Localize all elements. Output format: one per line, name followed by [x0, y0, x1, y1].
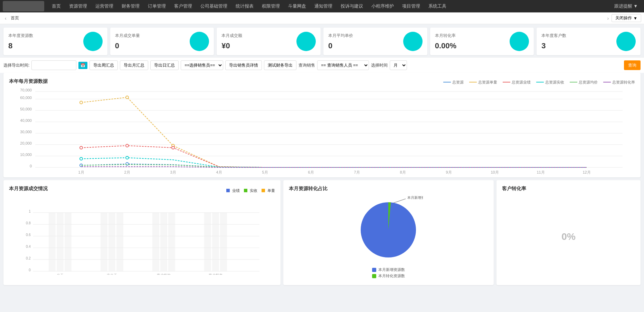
- nav-item-统计报表[interactable]: 统计报表: [231, 0, 258, 12]
- stat-circle-1: [190, 32, 209, 51]
- nav-item-权限管理[interactable]: 权限管理: [258, 0, 284, 12]
- svg-text:8月: 8月: [400, 170, 406, 174]
- stat-circle-3: [403, 32, 423, 51]
- pie-chart-svg: 本月新增资源数: [354, 195, 423, 264]
- nav-item-首页[interactable]: 首页: [48, 0, 65, 12]
- stat-value-1: 0: [115, 41, 187, 50]
- stat-circle-2: [296, 32, 316, 51]
- svg-text:6月: 6月: [308, 170, 314, 174]
- nav-item-斗量网盘[interactable]: 斗量网盘: [284, 0, 310, 12]
- svg-text:0: 0: [30, 164, 32, 168]
- nav-item-系统工具[interactable]: 系统工具: [424, 0, 451, 12]
- nav-item-小程序维护[interactable]: 小程序维护: [367, 0, 398, 12]
- close-operations: › 关闭操作 ▼: [606, 14, 641, 22]
- top-navigation: 首页资源管理运营管理财务管理订单管理客户管理公司基础管理统计报表权限管理斗量网盘…: [0, 0, 644, 12]
- svg-point-35: [126, 156, 129, 159]
- stat-value-4: 0.00%: [435, 41, 506, 50]
- toolbar-row: 选择导出时间: 📅 导出周汇总 导出月汇总 导出日汇总 ==选择销售员== 导出…: [0, 57, 644, 73]
- stat-label-0: 本年度资源数: [8, 33, 80, 39]
- legend-item-3: 总资源实收: [536, 80, 564, 85]
- svg-text:1月: 1月: [78, 170, 84, 174]
- stat-card-5: 本年度客户数 3: [537, 28, 641, 55]
- calendar-icon-btn[interactable]: 📅: [78, 62, 87, 69]
- close-button[interactable]: 关闭操作 ▼: [612, 14, 641, 22]
- svg-rect-52: [65, 213, 72, 271]
- svg-rect-50: [49, 213, 56, 271]
- period-select[interactable]: 月: [390, 60, 407, 70]
- bar-legend-item-1: 实收: [244, 188, 257, 193]
- svg-rect-58: [168, 213, 175, 271]
- svg-rect-59: [204, 213, 211, 271]
- test-finance-export-button[interactable]: 测试财务导出: [264, 60, 296, 70]
- stat-card-3: 本月平均单价 0: [323, 28, 427, 55]
- export-day-button[interactable]: 导出日汇总: [150, 60, 179, 70]
- svg-text:3月: 3月: [170, 170, 176, 174]
- export-time-input[interactable]: [31, 60, 76, 70]
- svg-line-67: [394, 199, 406, 203]
- pie-chart-container: 本月新增资源数 本月新增资源数 本月转化资源数: [289, 195, 488, 280]
- svg-point-32: [126, 144, 129, 147]
- stat-value-3: 0: [328, 41, 400, 50]
- nav-right-reminder[interactable]: 跟进提醒 ▼: [611, 3, 641, 9]
- bar-chart-header: 本月资源成交情况 业绩实收单量: [9, 186, 275, 195]
- svg-text:客户复购: 客户复购: [157, 273, 171, 275]
- svg-rect-55: [116, 213, 123, 271]
- main-line-chart-panel: 本年每月资源数据 总资源 总资源单量 总资源业绩 总资源实收 总资源均价 总资源…: [3, 73, 641, 177]
- nav-item-客户管理[interactable]: 客户管理: [170, 0, 196, 12]
- nav-item-运营管理[interactable]: 运营管理: [91, 0, 117, 12]
- nav-item-资源管理[interactable]: 资源管理: [65, 0, 91, 12]
- nav-item-投诉与建议[interactable]: 投诉与建议: [337, 0, 367, 12]
- svg-text:当天: 当天: [57, 273, 64, 275]
- svg-point-33: [172, 146, 174, 149]
- nav-item-通知管理[interactable]: 通知管理: [310, 0, 337, 12]
- stat-label-3: 本月平均单价: [328, 33, 400, 39]
- bar-chart-panel: 本月资源成交情况 业绩实收单量 0 0.2 0.4 0.6 0.8 1: [3, 180, 281, 285]
- svg-point-34: [80, 157, 83, 160]
- bar-chart-title: 本月资源成交情况: [9, 186, 48, 192]
- svg-text:60,000: 60,000: [20, 96, 32, 100]
- stat-circle-0: [83, 32, 103, 51]
- customer-conversion-panel: 客户转化率 0%: [496, 180, 641, 285]
- stat-card-2: 本月成交额 ¥0: [217, 28, 321, 55]
- svg-text:20,000: 20,000: [20, 141, 32, 145]
- stat-card-1: 本月成交单量 0: [110, 28, 214, 55]
- svg-text:5月: 5月: [262, 170, 268, 174]
- query-salesman-select[interactable]: == 查询销售人员 ==: [317, 60, 369, 70]
- stat-card-0: 本年度资源数 8: [3, 28, 107, 55]
- stat-circle-5: [616, 32, 636, 51]
- svg-rect-53: [101, 213, 107, 271]
- svg-text:30,000: 30,000: [20, 130, 32, 134]
- stats-row: 本年度资源数 8 本月成交单量 0 本月成交额 ¥0 本月平均单价 0: [0, 24, 644, 57]
- salesman-select[interactable]: ==选择销售员==: [181, 60, 223, 70]
- pie-chart-title: 本月资源转化占比: [289, 186, 488, 192]
- svg-rect-56: [152, 213, 159, 271]
- nav-item-项目管理[interactable]: 项目管理: [398, 0, 424, 12]
- nav-forward-arrow[interactable]: ›: [606, 16, 610, 21]
- svg-text:50,000: 50,000: [20, 107, 32, 111]
- svg-text:2月: 2月: [124, 170, 130, 174]
- stat-label-5: 本年度客户数: [541, 33, 613, 39]
- breadcrumb-home[interactable]: 首页: [9, 15, 21, 21]
- svg-text:9月: 9月: [446, 170, 452, 174]
- export-month-button[interactable]: 导出月汇总: [120, 60, 148, 70]
- svg-text:0: 0: [29, 268, 31, 272]
- stat-value-2: ¥0: [221, 41, 293, 50]
- nav-item-公司基础管理[interactable]: 公司基础管理: [196, 0, 231, 12]
- export-week-button[interactable]: 导出周汇总: [89, 60, 118, 70]
- stat-card-4: 本月转化率 0.00%: [430, 28, 534, 55]
- nav-item-订单管理[interactable]: 订单管理: [144, 0, 170, 12]
- svg-text:0.8: 0.8: [26, 221, 31, 225]
- svg-text:0.2: 0.2: [26, 256, 31, 260]
- svg-text:11月: 11月: [537, 170, 544, 174]
- nav-item-财务管理[interactable]: 财务管理: [117, 0, 144, 12]
- nav-back-arrow[interactable]: ‹: [3, 16, 9, 21]
- bar-legend-item-2: 单量: [262, 188, 275, 193]
- bar-chart-svg: 0 0.2 0.4 0.6 0.8 1: [9, 199, 275, 275]
- main-content: 本年每月资源数据 总资源 总资源单量 总资源业绩 总资源实收 总资源均价 总资源…: [0, 73, 644, 289]
- svg-text:7月: 7月: [354, 170, 360, 174]
- query-button[interactable]: 查询: [624, 60, 641, 70]
- svg-text:非当天: 非当天: [107, 273, 117, 275]
- export-salesman-detail-button[interactable]: 导出销售员详情: [225, 60, 262, 70]
- svg-rect-51: [57, 213, 64, 271]
- legend-item-5: 总资源转化率: [603, 80, 635, 85]
